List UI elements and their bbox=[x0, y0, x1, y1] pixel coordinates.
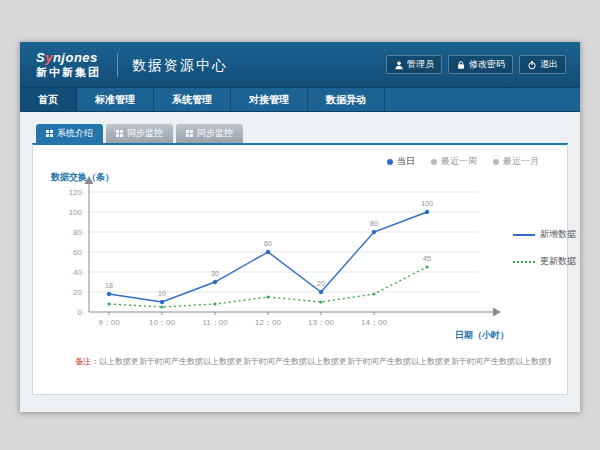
svg-text:日期（小时）: 日期（小时） bbox=[455, 330, 509, 340]
legend-label: 新增数据 bbox=[540, 228, 576, 241]
nav-item-home[interactable]: 首页 bbox=[20, 88, 77, 111]
user-icon bbox=[394, 60, 404, 70]
nav-item-integration-mgmt[interactable]: 对接管理 bbox=[231, 88, 308, 111]
svg-text:60: 60 bbox=[73, 248, 82, 257]
tab-label: 同步监控 bbox=[127, 127, 163, 140]
radio-dot-icon bbox=[493, 159, 499, 165]
footnote: 备注：以上数据更新于时间产生数据以上数据更新于时间产生数据以上数据更新于时间产生… bbox=[49, 356, 551, 367]
svg-text:数据交换（条）: 数据交换（条） bbox=[50, 172, 114, 182]
svg-text:14：00: 14：00 bbox=[361, 318, 387, 327]
app-header: Synjones 新中新集团 数据资源中心 管理员 修改密码 退出 bbox=[20, 42, 580, 88]
svg-text:100: 100 bbox=[69, 208, 83, 217]
series-legend: 新增数据 更新数据 bbox=[513, 228, 576, 354]
logo-company-name: 新中新集团 bbox=[36, 67, 101, 78]
svg-text:80: 80 bbox=[73, 228, 82, 237]
period-filter-label: 当日 bbox=[397, 155, 415, 168]
radio-dot-icon bbox=[387, 159, 393, 165]
svg-text:10: 10 bbox=[158, 290, 166, 297]
nav-item-standard-mgmt[interactable]: 标准管理 bbox=[77, 88, 154, 111]
dotted-line-swatch bbox=[513, 261, 535, 263]
svg-text:11：00: 11：00 bbox=[202, 318, 228, 327]
logout-label: 退出 bbox=[540, 58, 558, 71]
svg-text:9：00: 9：00 bbox=[98, 318, 120, 327]
grid-icon bbox=[46, 130, 53, 137]
content-area: 系统介绍 同步监控 同步监控 当日 bbox=[20, 112, 580, 412]
svg-text:100: 100 bbox=[421, 200, 433, 207]
svg-text:13：00: 13：00 bbox=[308, 318, 334, 327]
period-filter-label: 最近一月 bbox=[503, 155, 539, 168]
radio-dot-icon bbox=[431, 159, 437, 165]
admin-user-label: 管理员 bbox=[407, 58, 434, 71]
logo-accent: y bbox=[45, 50, 53, 65]
svg-text:12：00: 12：00 bbox=[255, 318, 281, 327]
tab-sync-monitor-2[interactable]: 同步监控 bbox=[176, 124, 243, 143]
grid-icon bbox=[116, 130, 123, 137]
legend-item-updated-data: 更新数据 bbox=[513, 255, 576, 268]
change-password-button[interactable]: 修改密码 bbox=[448, 55, 513, 74]
period-filter-last-month[interactable]: 最近一月 bbox=[493, 155, 539, 168]
user-actions: 管理员 修改密码 退出 bbox=[386, 55, 566, 74]
svg-text:120: 120 bbox=[69, 188, 83, 197]
svg-text:10：00: 10：00 bbox=[149, 318, 175, 327]
svg-text:60: 60 bbox=[264, 240, 272, 247]
admin-user-button[interactable]: 管理员 bbox=[386, 55, 442, 74]
legend-label: 更新数据 bbox=[540, 255, 576, 268]
desktop-background: Synjones 新中新集团 数据资源中心 管理员 修改密码 退出 bbox=[0, 0, 600, 450]
svg-text:40: 40 bbox=[73, 268, 82, 277]
chart-panel: 当日 最近一周 最近一月 0204060801001209：0010：0011：… bbox=[32, 143, 568, 395]
svg-text:20: 20 bbox=[317, 280, 325, 287]
tab-bar: 系统介绍 同步监控 同步监控 bbox=[32, 124, 568, 143]
change-password-label: 修改密码 bbox=[469, 58, 505, 71]
logo[interactable]: Synjones 新中新集团 bbox=[36, 51, 101, 78]
legend-item-new-data: 新增数据 bbox=[513, 228, 576, 241]
tab-system-intro[interactable]: 系统介绍 bbox=[36, 124, 103, 143]
footnote-text: 以上数据更新于时间产生数据以上数据更新于时间产生数据以上数据更新于时间产生数据以… bbox=[99, 357, 551, 366]
svg-text:80: 80 bbox=[370, 220, 378, 227]
svg-text:18: 18 bbox=[105, 282, 113, 289]
lock-icon bbox=[456, 60, 466, 70]
power-icon bbox=[527, 60, 537, 70]
app-window: Synjones 新中新集团 数据资源中心 管理员 修改密码 退出 bbox=[20, 42, 580, 412]
svg-text:0: 0 bbox=[78, 308, 83, 317]
svg-text:45: 45 bbox=[423, 255, 431, 262]
nav-item-system-mgmt[interactable]: 系统管理 bbox=[154, 88, 231, 111]
footnote-prefix: 备注： bbox=[75, 357, 99, 366]
solid-line-swatch bbox=[513, 234, 535, 236]
page-title: 数据资源中心 bbox=[117, 53, 228, 77]
period-filter-today[interactable]: 当日 bbox=[387, 155, 415, 168]
line-chart: 0204060801001209：0010：0011：0012：0013：001… bbox=[49, 170, 511, 354]
period-filter-last-week[interactable]: 最近一周 bbox=[431, 155, 477, 168]
period-filter-row: 当日 最近一周 最近一月 bbox=[49, 155, 539, 168]
svg-text:20: 20 bbox=[73, 288, 82, 297]
svg-text:30: 30 bbox=[211, 270, 219, 277]
tab-label: 系统介绍 bbox=[57, 127, 93, 140]
tab-sync-monitor-1[interactable]: 同步监控 bbox=[106, 124, 173, 143]
grid-icon bbox=[186, 130, 193, 137]
period-filter-label: 最近一周 bbox=[441, 155, 477, 168]
logo-wordmark: Synjones bbox=[36, 51, 101, 64]
tab-label: 同步监控 bbox=[197, 127, 233, 140]
logout-button[interactable]: 退出 bbox=[519, 55, 566, 74]
nav-item-data-change[interactable]: 数据异动 bbox=[308, 88, 385, 111]
chart-row: 0204060801001209：0010：0011：0012：0013：001… bbox=[49, 170, 551, 354]
main-nav: 首页 标准管理 系统管理 对接管理 数据异动 bbox=[20, 88, 580, 112]
